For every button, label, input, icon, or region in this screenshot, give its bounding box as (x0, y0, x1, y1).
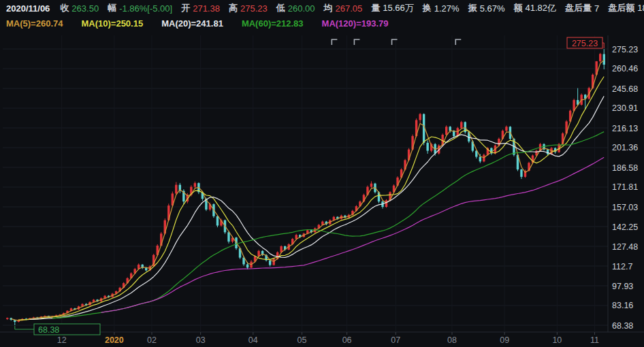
y-axis-label: 245.68 (612, 84, 638, 94)
x-axis-label: 09 (500, 335, 509, 345)
y-axis-label: 68.38 (612, 321, 633, 331)
candle-body[interactable] (385, 200, 387, 207)
candle-body[interactable] (419, 114, 421, 120)
y-axis-label: 216.13 (612, 124, 638, 133)
candle-body[interactable] (483, 155, 485, 162)
candle-body[interactable] (479, 156, 481, 161)
ma-line-5 (11, 60, 604, 320)
candle-body[interactable] (6, 318, 8, 319)
x-axis-label: 02 (147, 335, 157, 345)
candle-body[interactable] (246, 264, 248, 267)
candle-body[interactable] (269, 261, 271, 265)
candle-body[interactable] (295, 235, 297, 239)
candle-body[interactable] (145, 268, 147, 270)
y-axis-label: 97.93 (612, 282, 633, 291)
candle-body[interactable] (449, 127, 451, 131)
event-marker-icon[interactable] (392, 39, 398, 45)
candle-body[interactable] (520, 169, 522, 177)
candle-body[interactable] (460, 122, 462, 128)
x-axis-label: 2020 (105, 335, 124, 345)
x-axis-label: 03 (196, 335, 206, 345)
low-tag-connector (15, 326, 34, 329)
x-axis-label: 08 (447, 335, 457, 345)
candle-body[interactable] (216, 216, 219, 226)
ma-line-10 (18, 77, 604, 320)
stock-chart-window: 2020/11/06 收263.50幅-1.86%[-5.00]开271.38高… (0, 0, 644, 347)
y-axis-label: 171.81 (612, 182, 638, 192)
candle-body[interactable] (445, 127, 447, 135)
candle-body[interactable] (227, 232, 229, 242)
candlestick-chart-canvas[interactable]: 275.23260.46245.68230.91216.13201.36186.… (0, 0, 644, 347)
candle-body[interactable] (603, 54, 605, 65)
candle-body[interactable] (599, 54, 601, 61)
candle-body[interactable] (457, 128, 459, 136)
x-axis-label: 11 (590, 335, 599, 345)
y-axis-label: 230.91 (612, 103, 638, 113)
event-marker-icon[interactable] (354, 39, 359, 45)
x-axis-label: 06 (342, 335, 352, 345)
y-axis-label: 157.03 (612, 203, 638, 212)
y-axis-label: 186.58 (612, 163, 638, 173)
y-axis-label: 127.48 (612, 242, 638, 252)
candle-body[interactable] (370, 184, 372, 187)
candle-body[interactable] (426, 143, 428, 151)
candle-body[interactable] (194, 183, 196, 186)
y-axis-label: 112.7 (612, 262, 632, 271)
y-axis-label: 260.46 (612, 64, 638, 73)
ma-line-120 (101, 157, 605, 312)
candle-body[interactable] (505, 127, 507, 131)
low-price-tag-text: 68.38 (38, 325, 59, 335)
candle-body[interactable] (547, 150, 549, 154)
x-axis-label: 12 (57, 335, 67, 345)
y-axis-label: 275.23 (612, 45, 638, 54)
candle-body[interactable] (175, 185, 177, 194)
y-axis-label: 83.16 (612, 301, 633, 310)
candle-body[interactable] (272, 259, 274, 265)
x-axis-label: 07 (391, 335, 400, 345)
event-marker-icon[interactable] (332, 39, 337, 45)
y-axis-label: 142.25 (612, 222, 638, 232)
y-axis-label: 201.36 (612, 143, 638, 152)
x-axis-label: 05 (297, 335, 307, 345)
x-axis-label: 04 (248, 335, 258, 345)
x-axis-label: 10 (552, 335, 562, 345)
event-marker-icon[interactable] (455, 39, 461, 45)
high-price-tag-text: 275.23 (572, 39, 598, 48)
